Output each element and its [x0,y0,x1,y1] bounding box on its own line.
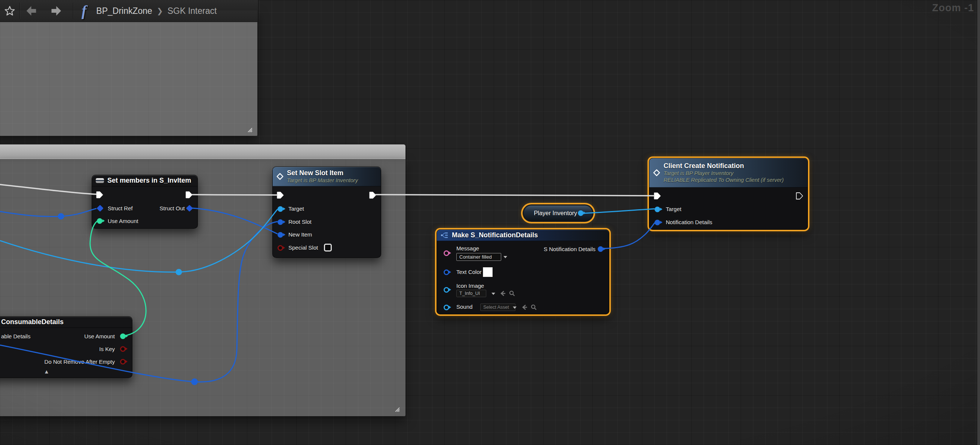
pin-label: Sound [457,303,473,310]
use-selected-asset-icon[interactable] [522,304,528,311]
exec-in-pin[interactable] [96,191,103,198]
pin-label: S Notification Details [544,246,595,252]
forward-button[interactable] [44,0,68,22]
exec-in-pin[interactable] [277,191,284,199]
pin-label: Message [457,245,479,252]
exec-out-pin[interactable] [186,191,193,198]
sound-asset-dropdown[interactable]: Select Asset [480,303,515,311]
pin-label: Use Amount [84,333,115,340]
node-player-inventory[interactable]: Player Inventory [523,204,593,222]
text-color-pin[interactable] [444,270,449,275]
use-amount-out-pin[interactable] [120,333,126,339]
function-icon [277,173,283,180]
root-slot-pin[interactable] [278,219,283,225]
node-header[interactable]: Set members in S_InvItem [92,175,197,187]
node-subtitle: Target is BP Master Inventory [287,177,358,184]
zoom-level-label: Zoom -1 [932,2,974,14]
star-icon [4,5,15,16]
breadcrumb-separator-icon: ❯ [157,6,163,15]
node-make-s-notificationdetails[interactable]: Make S_NotificationDetails Message Conta… [436,230,609,314]
pin-label: Icon Image [457,282,484,289]
function-icon [653,169,660,176]
toolbar-separator [73,3,73,19]
window-edge [977,0,980,445]
struct-ref-pin[interactable] [97,205,103,211]
back-button[interactable] [20,0,44,22]
pin-label: Target [288,206,304,212]
icon-image-asset-dropdown[interactable]: T_Info_UI [457,290,486,297]
special-slot-checkbox[interactable] [324,244,332,252]
node-title: Make S_NotificationDetails [452,231,538,239]
pin-label: Do Not Remove After Empty [45,359,115,365]
resize-handle-icon[interactable] [393,406,400,412]
exec-in-pin[interactable] [654,192,661,199]
node-title: ConsumableDetails [1,318,64,326]
use-selected-asset-icon[interactable] [500,290,506,297]
pin-label: Struct Out [159,205,185,211]
node-title: Set members in S_InvItem [107,177,191,185]
icon-image-pin[interactable] [444,287,449,293]
pin-label: Struct Ref [108,205,133,211]
wire-struct [602,222,655,249]
sound-pin[interactable] [444,305,449,310]
notification-details-pin[interactable] [655,220,660,225]
node-subtitle: RELIABLE Replicated To Owning Client (if… [663,177,784,183]
node-title: Client Create Notification [663,162,784,170]
do-not-remove-out-pin[interactable] [120,359,126,365]
exec-out-pin[interactable] [369,191,377,199]
wire-exec [375,195,655,196]
target-pin[interactable] [278,206,283,212]
pin-label: Special Slot [288,244,318,251]
resize-handle-icon[interactable] [246,126,253,133]
player-inventory-out-pin[interactable] [578,211,584,216]
node-title: Set New Slot Item [287,169,358,177]
collapse-arrow-icon[interactable]: ▲ [44,368,49,375]
new-item-pin[interactable] [278,232,283,238]
arrow-left-icon [25,5,38,16]
pin-label: Is Key [99,346,115,352]
node-set-new-slot-item[interactable]: Set New Slot Item Target is BP Master In… [272,167,381,258]
struct-icon [96,178,104,183]
node-client-create-notification[interactable]: Client Create Notification Target is BP … [649,158,808,230]
comment-body[interactable] [0,11,257,136]
message-text-input[interactable]: Container filled [457,253,501,261]
pin-label: Root Slot [288,219,312,225]
struct-out-pin[interactable] [186,205,192,211]
message-pin[interactable] [444,250,449,256]
node-header[interactable]: Make S_NotificationDetails [437,230,609,241]
special-slot-pin[interactable] [278,245,283,251]
make-struct-icon [441,232,449,238]
function-graph-icon: f [81,3,86,18]
browse-asset-icon[interactable] [530,304,537,311]
node-consumable-details[interactable]: ConsumableDetails able Details Use Amoun… [0,316,132,378]
chevron-down-icon[interactable] [503,256,507,258]
favorite-button[interactable] [0,0,19,22]
breadcrumb-root[interactable]: BP_DrinkZone [96,6,152,16]
pin-label: Target [666,206,681,212]
pin-label: Text Color [457,269,482,275]
pin-label: New Item [288,231,312,238]
comment-box-top-left[interactable] [0,11,257,136]
chevron-down-icon[interactable] [513,306,517,309]
breadcrumb-current[interactable]: SGK Interact [167,6,217,16]
pin-label: Use Amount [108,218,138,224]
pin-label: Notification Details [666,219,712,225]
node-set-members-in-s-invitem[interactable]: Set members in S_InvItem Struct Ref Use … [92,175,198,229]
text-color-swatch[interactable] [483,267,493,277]
browse-asset-icon[interactable] [509,290,515,297]
exec-out-pin[interactable] [796,192,803,199]
node-header[interactable]: Client Create Notification Target is BP … [649,158,808,188]
node-header[interactable]: ConsumableDetails [0,317,132,328]
node-header[interactable]: Set New Slot Item Target is BP Master In… [273,167,381,187]
arrow-right-icon [49,5,62,16]
use-amount-pin[interactable] [97,218,102,224]
chevron-down-icon[interactable] [492,293,495,295]
is-key-out-pin[interactable] [120,346,126,352]
s-notification-details-pin[interactable] [598,246,603,252]
target-pin[interactable] [655,207,660,212]
pin-label: able Details [1,333,30,340]
node-subtitle: Target is BP Player Inventory [663,170,784,177]
comment-title-bar[interactable] [0,145,406,159]
graph-toolbar: f BP_DrinkZone ❯ SGK Interact [0,0,258,22]
blueprint-graph-editor: Set members in S_InvItem Struct Ref Use … [0,0,980,445]
